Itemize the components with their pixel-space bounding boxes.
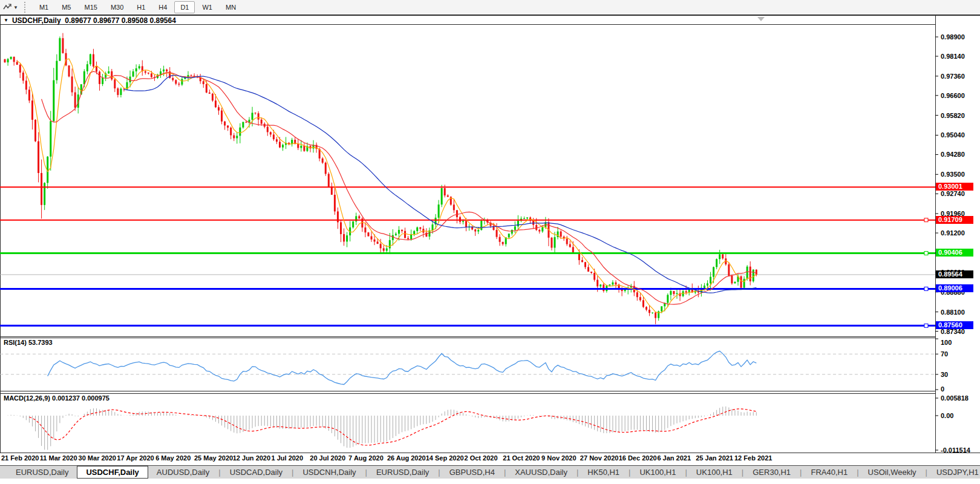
svg-text:0.00: 0.00	[941, 412, 953, 419]
chart-tab-xauusd-daily[interactable]: XAUUSD,Daily	[506, 466, 576, 479]
svg-text:9 Nov 2020: 9 Nov 2020	[541, 454, 576, 462]
chart-tab-audusd-daily[interactable]: AUDUSD,Daily	[148, 466, 218, 479]
svg-text:0.98140: 0.98140	[941, 53, 965, 60]
panel-frames	[0, 15, 980, 453]
chart-tab-usdchf-daily[interactable]: USDCHF,Daily	[77, 466, 148, 479]
mt4-window: ▼ M1M5M15M30H1H4D1W1MN 0.989000.981400.9…	[0, 0, 980, 484]
svg-text:0.92740: 0.92740	[941, 190, 965, 197]
svg-text:12 Feb 2021: 12 Feb 2021	[734, 454, 772, 462]
level-price-label: 0.90406	[936, 249, 973, 257]
chart-canvas[interactable]: 0.989000.981400.973600.966000.958200.950…	[0, 0, 980, 465]
ohlc-close: 0.89564	[149, 16, 175, 25]
ohlc-expand-icon[interactable]: ▼	[4, 18, 8, 23]
svg-text:21 Feb 2020: 21 Feb 2020	[1, 454, 39, 462]
macd-panel: 0.0058180.00-0.011514	[5, 394, 971, 454]
svg-text:0.91200: 0.91200	[941, 229, 965, 237]
svg-text:7 Aug 2020: 7 Aug 2020	[348, 454, 384, 462]
horizontal-levels[interactable]	[0, 187, 935, 327]
svg-text:6 Jan 2021: 6 Jan 2021	[657, 454, 691, 462]
chart-tab-usdcnh-daily[interactable]: USDCNH,Daily	[294, 466, 364, 479]
chart-shift-marker-icon[interactable]	[757, 17, 765, 21]
level-price-label: 0.91709	[936, 216, 973, 224]
svg-text:0: 0	[941, 385, 944, 393]
svg-text:0.88100: 0.88100	[941, 309, 965, 316]
symbol-label: USDCHF,Daily	[12, 16, 61, 25]
chart-tab-gbpusd-h4[interactable]: GBPUSD,H4	[441, 466, 503, 479]
svg-text:0.97360: 0.97360	[941, 73, 965, 80]
level-drag-handle[interactable]	[924, 287, 928, 290]
svg-text:2 Oct 2020: 2 Oct 2020	[464, 454, 497, 462]
chart-tabs: EURUSD,DailyUSDCHF,DailyAUDUSD,Daily|USD…	[0, 466, 980, 479]
svg-text:-0.011514: -0.011514	[941, 446, 971, 454]
macd-indicator-label: MACD(12,26,9) 0.001237 0.000975	[4, 394, 109, 402]
ma-medium-line	[42, 71, 757, 304]
chart-tab-eurusd-daily[interactable]: EURUSD,Daily	[7, 466, 77, 479]
svg-text:30 Mar 2020: 30 Mar 2020	[79, 454, 116, 462]
svg-text:16 Dec 2020: 16 Dec 2020	[619, 454, 657, 462]
svg-text:1 Jul 2020: 1 Jul 2020	[272, 454, 304, 462]
chart-tab-bar: EURUSD,DailyUSDCHF,DailyAUDUSD,Daily|USD…	[0, 465, 980, 479]
ohlc-low: 0.89508	[122, 16, 148, 25]
candles-layer	[4, 33, 757, 324]
svg-text:0.95820: 0.95820	[941, 112, 965, 119]
svg-text:0.94280: 0.94280	[941, 151, 965, 158]
svg-text:11 Mar 2020: 11 Mar 2020	[40, 454, 77, 462]
rsi-panel: 10070300	[0, 339, 952, 393]
svg-text:17 Apr 2020: 17 Apr 2020	[117, 454, 154, 462]
svg-text:70: 70	[941, 350, 948, 358]
ohlc-high: 0.89677	[93, 16, 119, 25]
svg-text:0.95040: 0.95040	[941, 131, 965, 139]
svg-text:25 Jan 2021: 25 Jan 2021	[696, 454, 733, 462]
svg-text:12 Jun 2020: 12 Jun 2020	[233, 454, 270, 462]
svg-text:20 Jul 2020: 20 Jul 2020	[310, 454, 345, 462]
chart-tab-usdjpy-h1[interactable]: USDJPY,H1	[928, 466, 980, 479]
chart-tab-uk100-h1[interactable]: UK100,H1	[688, 466, 741, 479]
svg-text:0.93500: 0.93500	[941, 171, 965, 178]
level-drag-handle[interactable]	[924, 324, 928, 327]
svg-text:21 Oct 2020: 21 Oct 2020	[503, 454, 540, 462]
svg-text:14 Sep 2020: 14 Sep 2020	[426, 454, 464, 462]
ohlc-open: 0.89677	[65, 16, 91, 25]
chart-tab-uk100-h1[interactable]: UK100,H1	[631, 466, 684, 479]
chart-tab-usdcad-daily[interactable]: USDCAD,Daily	[221, 466, 291, 479]
rsi-indicator-label: RSI(14) 53.7393	[4, 339, 53, 346]
svg-text:0.96600: 0.96600	[941, 92, 965, 99]
chart-tab-fra40-h1[interactable]: FRA40,H1	[803, 466, 857, 479]
svg-text:6 May 2020: 6 May 2020	[155, 454, 191, 462]
level-drag-handle[interactable]	[924, 218, 928, 222]
level-price-label: 0.93001	[936, 183, 973, 191]
svg-text:27 Nov 2020: 27 Nov 2020	[580, 454, 619, 462]
chart-tab-ger30-h1[interactable]: GER30,H1	[744, 466, 799, 479]
level-price-label: 0.89006	[936, 284, 973, 292]
chart-tab-usoil-weekly[interactable]: USOil,Weekly	[860, 466, 925, 479]
svg-text:0.98900: 0.98900	[941, 33, 965, 41]
current-price-label: 0.89564	[936, 270, 973, 278]
svg-text:100: 100	[941, 339, 952, 346]
level-price-label: 0.87560	[936, 321, 973, 329]
svg-text:25 May 2020: 25 May 2020	[194, 454, 233, 462]
date-axis: 21 Feb 202011 Mar 202030 Mar 202017 Apr …	[1, 454, 772, 462]
chart-title: ▼USDCHF,Daily 0.89677 0.89677 0.89508 0.…	[4, 16, 176, 24]
rsi-line	[48, 351, 757, 384]
svg-text:30: 30	[941, 371, 948, 378]
chart-tab-hk50-h1[interactable]: HK50,H1	[579, 466, 628, 479]
svg-text:26 Aug 2020: 26 Aug 2020	[387, 454, 426, 462]
svg-text:0.005818: 0.005818	[941, 394, 969, 402]
chart-tab-eurusd-daily[interactable]: EURUSD,Daily	[368, 466, 437, 479]
level-drag-handle[interactable]	[924, 251, 928, 255]
